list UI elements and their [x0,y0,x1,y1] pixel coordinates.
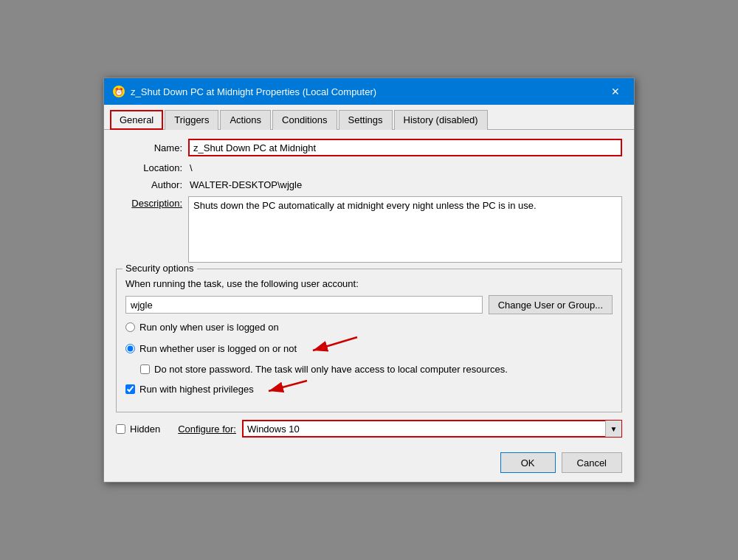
location-value: \ [188,162,622,173]
hidden-checkbox[interactable] [116,424,125,434]
bottom-row: Hidden Configure for: Windows 10 Windows… [116,420,622,438]
tab-history[interactable]: History (disabled) [394,110,488,130]
no-password-row: Do not store password. The task will onl… [140,364,613,375]
tab-settings[interactable]: Settings [339,110,393,130]
description-textarea[interactable]: Shuts down the PC automatically at midni… [188,196,622,263]
tab-general[interactable]: General [110,110,163,130]
general-tab-content: Name: Location: \ Author: WALTER-DESKTOP… [104,130,634,446]
radio-whether-logged-row: Run whether user is logged on or not [125,337,613,359]
radio-only-logged-on[interactable] [125,322,135,332]
configure-select-wrap: Windows 10 Windows 7, Windows 8.1 Window… [242,420,622,438]
location-label: Location: [116,162,182,173]
cancel-button[interactable]: Cancel [562,452,622,473]
radio-logged-on-label: Run only when user is logged on [139,322,279,333]
security-description: When running the task, use the following… [125,278,613,289]
hidden-label: Hidden [130,424,160,435]
description-label: Description: [116,196,182,209]
security-options-group: Security options When running the task, … [116,269,622,412]
radio-whether-label: Run whether user is logged on or not [139,343,297,354]
security-legend: Security options [123,263,197,274]
author-label: Author: [116,179,182,190]
radio-whether-logged-on[interactable] [125,344,135,353]
highest-privileges-row: Run with highest privileges [125,379,613,398]
no-password-checkbox[interactable] [140,364,150,374]
hidden-row: Hidden [116,424,160,435]
change-user-button[interactable]: Change User or Group... [489,295,613,314]
author-value: WALTER-DESKTOP\wjgle [188,179,622,190]
window-title: z_Shut Down PC at Midnight Properties (L… [131,86,376,97]
tab-actions[interactable]: Actions [220,110,271,130]
highest-privileges-checkbox[interactable] [125,384,135,394]
highest-privileges-label: Run with highest privileges [139,384,254,395]
svg-line-1 [313,337,357,350]
arrow-annotation-2 [263,379,307,398]
title-bar-left: ⏰ z_Shut Down PC at Midnight Properties … [113,86,376,97]
title-bar: ⏰ z_Shut Down PC at Midnight Properties … [104,78,634,105]
description-row: Description: Shuts down the PC automatic… [116,196,622,263]
name-label: Name: [116,142,182,153]
configure-label: Configure for: [178,424,236,435]
name-row: Name: [116,139,622,156]
radio-logged-on-row: Run only when user is logged on [125,322,613,333]
arrow-annotation-1 [306,337,357,359]
location-row: Location: \ [116,162,622,173]
close-button[interactable]: ✕ [606,84,625,99]
user-account-row: Change User or Group... [125,295,613,314]
dialog-window: ⏰ z_Shut Down PC at Midnight Properties … [103,77,635,483]
name-input[interactable] [188,139,622,156]
tab-triggers[interactable]: Triggers [165,110,218,130]
author-row: Author: WALTER-DESKTOP\wjgle [116,179,622,190]
user-account-input[interactable] [125,296,483,314]
configure-select[interactable]: Windows 10 Windows 7, Windows 8.1 Window… [242,420,622,438]
dialog-buttons: OK Cancel [104,446,634,482]
tabs-bar: General Triggers Actions Conditions Sett… [104,105,634,130]
no-password-label: Do not store password. The task will onl… [154,364,508,375]
window-icon: ⏰ [113,86,125,97]
tab-conditions[interactable]: Conditions [272,110,337,130]
svg-line-3 [269,381,307,391]
ok-button[interactable]: OK [500,452,556,473]
